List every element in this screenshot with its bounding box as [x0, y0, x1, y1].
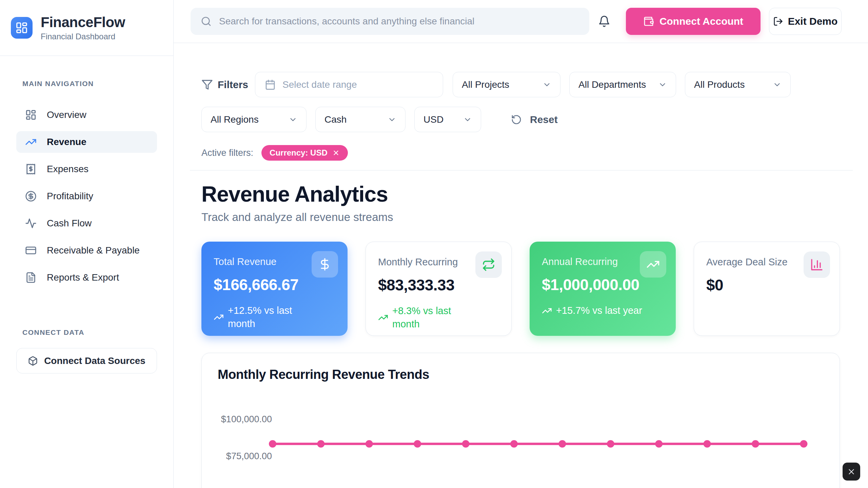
dropdown-all-products[interactable]: All Products [685, 72, 791, 97]
dropdown-all-departments[interactable]: All Departments [569, 72, 676, 97]
close-widget-button[interactable] [843, 463, 860, 481]
bell-icon [598, 15, 610, 27]
metric-change: +8.3% vs last month [378, 304, 499, 331]
receipt-icon [25, 163, 37, 175]
metric-card-average-deal-size: Average Deal Size $0 [694, 242, 840, 336]
trending-up-icon [214, 312, 224, 322]
reset-label: Reset [530, 114, 558, 125]
metric-value: $83,333.33 [378, 276, 499, 294]
metric-change-label: +12.5% vs last month [228, 304, 309, 330]
trending-up-icon [640, 251, 666, 278]
chevron-down-icon [388, 115, 396, 124]
package-icon [28, 356, 38, 366]
sidebar: FinanceFlow Financial Dashboard MAIN NAV… [0, 0, 174, 488]
mrr-trends-chart-card: Monthly Recurring Revenue Trends $100,00… [201, 353, 840, 488]
dollar-sign-icon [312, 251, 338, 278]
metric-change: +12.5% vs last month [214, 304, 335, 330]
sidebar-item-label: Cash Flow [47, 218, 92, 229]
dropdown-value: Cash [324, 114, 347, 125]
sidebar-item-label: Reports & Export [47, 272, 119, 283]
dropdown-all-projects[interactable]: All Projects [453, 72, 560, 97]
date-range-placeholder: Select date range [282, 79, 357, 90]
sidebar-item-label: Profitability [47, 191, 93, 202]
calendar-icon [265, 79, 276, 90]
sidebar-item-cash-flow[interactable]: Cash Flow [16, 212, 157, 234]
wallet-icon [643, 16, 654, 27]
section-divider [190, 170, 853, 170]
sidebar-item-reports-export[interactable]: Reports & Export [16, 267, 157, 288]
repeat-icon [475, 251, 502, 278]
chevron-down-icon [658, 80, 667, 89]
trending-up-icon [542, 306, 552, 316]
filters-title: Filters [201, 79, 255, 90]
activity-icon [25, 218, 37, 229]
main-content: Filters Select date range All Projects A… [174, 43, 868, 488]
filters-row-2: All Regions Cash USD Reset [201, 107, 840, 132]
connect-account-button[interactable]: Connect Account [626, 8, 761, 35]
connect-section-label: CONNECT DATA [16, 328, 157, 337]
connect-data-sources-button[interactable]: Connect Data Sources [16, 348, 157, 373]
connect-data-sources-label: Connect Data Sources [44, 355, 145, 366]
metric-change: +15.7% vs last year [542, 304, 664, 317]
chevron-down-icon [463, 115, 472, 124]
credit-card-icon [25, 245, 37, 256]
bar-chart-icon [804, 251, 830, 278]
reset-filters-button[interactable]: Reset [511, 114, 558, 125]
dropdown-value: All Projects [462, 79, 509, 90]
chevron-down-icon [542, 80, 551, 89]
filters-title-label: Filters [218, 79, 248, 90]
search-input[interactable] [219, 16, 579, 27]
metric-change-label: +8.3% vs last month [392, 304, 474, 331]
sidebar-item-label: Overview [47, 109, 86, 120]
dropdown-cash[interactable]: Cash [315, 107, 406, 132]
nav-section-label: MAIN NAVIGATION [16, 80, 157, 88]
active-filter-chip-currency[interactable]: Currency: USD [261, 145, 348, 161]
sidebar-item-profitability[interactable]: Profitability [16, 185, 157, 207]
page-subtitle: Track and analyze all revenue streams [201, 211, 840, 224]
exit-demo-label: Exit Demo [788, 16, 838, 27]
app-title: FinanceFlow [41, 14, 125, 30]
chevron-down-icon [289, 115, 297, 124]
logout-icon [773, 16, 783, 26]
sidebar-item-label: Revenue [47, 137, 86, 147]
layout-dashboard-icon [25, 109, 37, 121]
close-icon [847, 467, 856, 476]
metric-card-annual-recurring: Annual Recurring $1,000,000.00 +15.7% vs… [530, 242, 676, 336]
metric-value: $166,666.67 [214, 276, 335, 294]
sidebar-item-receivable-payable[interactable]: Receivable & Payable [16, 240, 157, 261]
funnel-icon [201, 79, 213, 90]
circle-dollar-sign-icon [25, 190, 37, 202]
page-title: Revenue Analytics [201, 182, 840, 207]
rotate-ccw-icon [511, 114, 522, 125]
topbar: Connect Account Exit Demo [174, 0, 868, 43]
connect-account-label: Connect Account [659, 16, 743, 27]
global-search [191, 8, 589, 35]
sidebar-item-label: Expenses [47, 164, 88, 175]
remove-filter-icon[interactable] [332, 149, 340, 157]
dropdown-usd[interactable]: USD [414, 107, 481, 132]
exit-demo-button[interactable]: Exit Demo [769, 8, 842, 35]
app-logo-icon [11, 17, 33, 39]
dropdown-value: USD [423, 114, 443, 125]
active-filter-chip-label: Currency: USD [270, 148, 328, 158]
dropdown-value: All Products [694, 79, 745, 90]
file-text-icon [25, 272, 37, 283]
sidebar-item-overview[interactable]: Overview [16, 104, 157, 126]
app-subtitle: Financial Dashboard [41, 32, 125, 41]
notifications-button[interactable] [597, 14, 612, 29]
chevron-down-icon [773, 80, 782, 89]
sidebar-item-expenses[interactable]: Expenses [16, 158, 157, 180]
metric-cards-row: Total Revenue $166,666.67 +12.5% vs last… [201, 242, 840, 336]
main-navigation: Overview Revenue Expenses Profitability … [16, 104, 157, 288]
date-range-picker[interactable]: Select date range [255, 72, 443, 97]
metric-value: $1,000,000.00 [542, 276, 664, 294]
trending-up-icon [378, 312, 388, 323]
metric-change-label: +15.7% vs last year [556, 304, 642, 317]
metric-value: $0 [706, 276, 827, 294]
filters-row-1: Filters Select date range All Projects A… [201, 72, 840, 97]
brand-header: FinanceFlow Financial Dashboard [0, 0, 173, 56]
sidebar-item-label: Receivable & Payable [47, 245, 140, 256]
dropdown-value: All Regions [211, 114, 259, 125]
dropdown-all-regions[interactable]: All Regions [201, 107, 307, 132]
sidebar-item-revenue[interactable]: Revenue [16, 131, 157, 153]
